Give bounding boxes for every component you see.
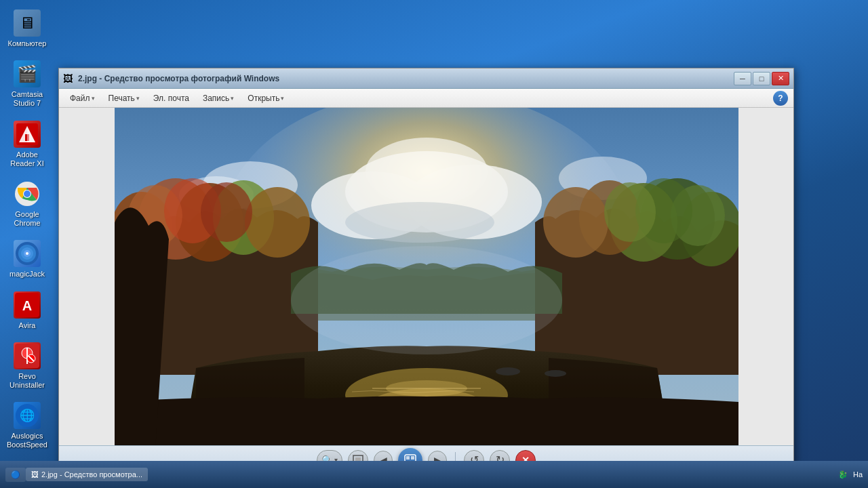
clock-time: На xyxy=(853,470,863,479)
adobe-icon xyxy=(14,121,41,148)
menu-print[interactable]: Печать ▾ xyxy=(103,92,145,104)
avira-label: Avira xyxy=(19,321,36,330)
open-arrow-icon: ▾ xyxy=(281,95,284,102)
adobe-label: Adobe Reader XI xyxy=(5,150,49,168)
revo-icon xyxy=(14,342,41,369)
computer-icon: 🖥 xyxy=(14,9,41,37)
svg-point-31 xyxy=(366,138,488,205)
menu-bar: Файл ▾ Печать ▾ Эл. почта Запись ▾ Откры… xyxy=(59,89,793,108)
desktop-icon-avira[interactable]: A Avira xyxy=(3,289,52,333)
record-arrow-icon: ▾ xyxy=(231,95,234,102)
photo-image xyxy=(115,108,738,445)
desktop-icon-chrome[interactable]: Google Chrome xyxy=(3,178,52,230)
svg-rect-65 xyxy=(411,456,414,460)
magicjack-icon xyxy=(14,240,41,267)
menu-email[interactable]: Эл. почта xyxy=(148,92,195,104)
svg-point-59 xyxy=(545,370,566,377)
print-arrow-icon: ▾ xyxy=(136,95,140,102)
svg-point-48 xyxy=(543,187,608,258)
svg-point-58 xyxy=(496,367,520,375)
desktop-icon-camtasia[interactable]: 🎬 Camtasia Studio 7 xyxy=(3,58,52,110)
taskbar: 🔵 🖼 2.jpg - Средство просмотра... 🐉 На xyxy=(0,461,868,488)
taskbar-dragon-icon: 🐉 xyxy=(833,468,853,482)
desktop-icons: 🖥 Компьютер 🎬 Camtasia Studio 7 Adobe Re… xyxy=(0,0,54,488)
photo-container xyxy=(59,108,793,445)
chrome-icon xyxy=(14,180,41,207)
desktop-icon-adobe[interactable]: Adobe Reader XI xyxy=(3,118,52,171)
menu-file[interactable]: Файл ▾ xyxy=(64,92,100,104)
taskbar-start[interactable]: 🔵 xyxy=(5,468,26,482)
maximize-button[interactable]: □ xyxy=(753,72,770,85)
help-button[interactable]: ? xyxy=(773,91,788,106)
photo-viewer-window: 🖼 2.jpg - Средство просмотра фотографий … xyxy=(58,68,794,474)
photo-viewer-taskbar-label: 2.jpg - Средство просмотра... xyxy=(41,470,142,479)
revo-label: Revo Uninstaller xyxy=(5,372,49,390)
taskbar-clock: На xyxy=(853,470,863,479)
svg-point-51 xyxy=(604,182,656,242)
file-arrow-icon: ▾ xyxy=(92,95,95,102)
photo-viewer-taskbar-icon: 🖼 xyxy=(31,470,39,479)
window-icon: 🖼 xyxy=(63,73,74,84)
svg-text:A: A xyxy=(22,298,32,313)
auslogics-icon: 🌐 xyxy=(14,402,41,429)
auslogics-label: Auslogics BoostSpeed xyxy=(5,432,49,449)
camtasia-icon: 🎬 xyxy=(14,60,41,87)
computer-label: Компьютер xyxy=(8,39,47,48)
start-orb-icon: 🔵 xyxy=(11,470,20,479)
menu-open[interactable]: Открыть ▾ xyxy=(242,92,290,104)
title-bar: 🖼 2.jpg - Средство просмотра фотографий … xyxy=(59,68,793,89)
close-button[interactable]: ✕ xyxy=(772,72,789,85)
menu-record[interactable]: Запись ▾ xyxy=(197,92,239,104)
svg-point-7 xyxy=(24,190,31,197)
window-title: 2.jpg - Средство просмотра фотографий Wi… xyxy=(78,74,734,83)
svg-point-60 xyxy=(291,246,562,354)
svg-point-40 xyxy=(245,187,310,258)
svg-point-43 xyxy=(201,182,252,242)
desktop-icon-auslogics[interactable]: 🌐 Auslogics BoostSpeed xyxy=(3,399,52,452)
desktop-icon-computer[interactable]: 🖥 Компьютер xyxy=(3,7,52,51)
svg-rect-64 xyxy=(406,456,410,460)
avira-icon: A xyxy=(14,291,41,319)
minimize-button[interactable]: ─ xyxy=(734,72,751,85)
svg-point-32 xyxy=(345,202,494,243)
svg-text:🌐: 🌐 xyxy=(20,408,35,423)
window-controls: ─ □ ✕ xyxy=(734,72,789,85)
chrome-label: Google Chrome xyxy=(5,210,49,228)
svg-point-12 xyxy=(26,252,28,255)
camtasia-label: Camtasia Studio 7 xyxy=(5,90,49,108)
desktop-icon-revo[interactable]: Revo Uninstaller xyxy=(3,340,52,392)
desktop-icon-magicjack[interactable]: magicJack xyxy=(3,237,52,281)
taskbar-photo-viewer[interactable]: 🖼 2.jpg - Средство просмотра... xyxy=(26,468,148,481)
magicjack-label: magicJack xyxy=(9,270,45,279)
